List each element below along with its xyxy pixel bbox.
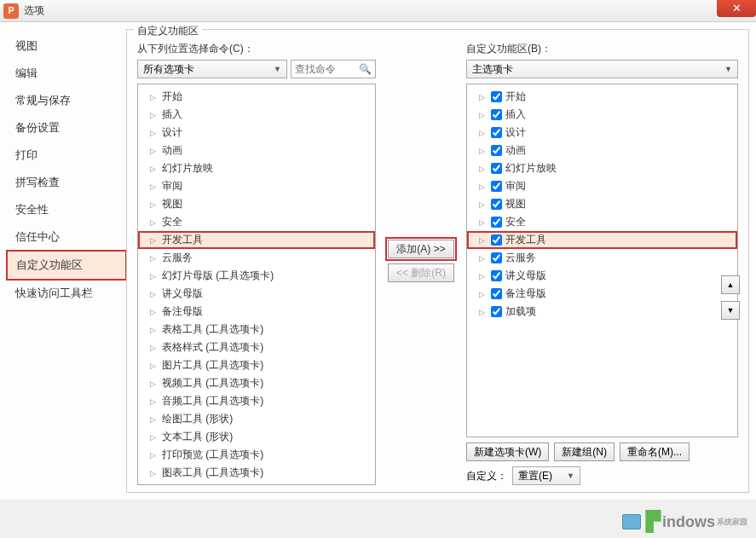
tree-checkbox[interactable]	[491, 306, 502, 317]
tree-item[interactable]: ▷幻灯片放映	[467, 159, 737, 177]
add-button[interactable]: 添加(A) >>	[388, 240, 454, 258]
expand-icon: ▷	[150, 290, 159, 298]
tree-checkbox[interactable]	[491, 109, 502, 120]
tree-checkbox[interactable]	[491, 217, 502, 228]
expand-icon: ▷	[479, 218, 488, 227]
expand-icon: ▷	[150, 415, 159, 424]
sidebar-item[interactable]: 备份设置	[7, 114, 126, 142]
tree-checkbox[interactable]	[491, 288, 502, 299]
tree-item[interactable]: ▷插入	[467, 106, 737, 124]
sidebar-item[interactable]: 自定义功能区	[7, 251, 126, 280]
tree-item-label: 插入	[162, 107, 182, 122]
tree-item[interactable]: ▷开始	[138, 88, 375, 106]
left-column: 从下列位置选择命令(C)： 所有选项卡 ▼ 🔍 ▷开始▷插入▷设计▷动画▷幻灯片…	[137, 37, 376, 485]
tree-item[interactable]: ▷音频工具 (工具选项卡)	[138, 392, 375, 410]
tree-item-label: 音频工具 (工具选项卡)	[162, 394, 263, 408]
new-tab-button[interactable]: 新建选项卡(W)	[466, 443, 549, 461]
rename-button[interactable]: 重命名(M)...	[620, 443, 690, 461]
tree-item[interactable]: ▷开发工具	[467, 231, 737, 249]
tree-item[interactable]: ▷审阅	[467, 177, 737, 195]
expand-icon: ▷	[150, 147, 159, 155]
tree-item[interactable]: ▷绘图工具 (形状)	[138, 410, 375, 428]
tree-item[interactable]: ▷图片工具 (工具选项卡)	[138, 356, 375, 374]
expand-icon: ▷	[150, 397, 159, 406]
tree-item-label: 视频工具 (工具选项卡)	[162, 376, 263, 390]
tree-item[interactable]: ▷动画	[138, 142, 375, 159]
tree-item[interactable]: ▷文本工具 (形状)	[138, 428, 375, 446]
expand-icon: ▷	[150, 182, 159, 191]
sidebar-item[interactable]: 打印	[7, 142, 126, 169]
tree-item[interactable]: ▷云服务	[138, 249, 375, 267]
tree-item[interactable]: ▷讲义母版	[138, 285, 375, 303]
tree-item[interactable]: ▷打印预览 (工具选项卡)	[138, 446, 375, 464]
tree-item[interactable]: ▷开发工具	[138, 231, 375, 249]
tree-item[interactable]: ▷安全	[467, 213, 737, 231]
tree-item[interactable]: ▷动画	[467, 142, 737, 159]
tree-item[interactable]: ▷表格样式 (工具选项卡)	[138, 338, 375, 356]
tree-item-label: 安全	[505, 215, 526, 229]
sidebar-item[interactable]: 视图	[7, 32, 126, 60]
dropdown-value: 所有选项卡	[143, 62, 194, 77]
expand-icon: ▷	[479, 165, 488, 173]
monitor-icon	[622, 514, 641, 529]
tree-checkbox[interactable]	[491, 181, 502, 192]
tree-item[interactable]: ▷开始	[467, 88, 737, 106]
new-group-button[interactable]: 新建组(N)	[554, 443, 615, 461]
expand-icon: ▷	[150, 200, 159, 209]
tree-item-label: 云服务	[162, 251, 193, 265]
tree-checkbox[interactable]	[491, 252, 502, 263]
ribbon-tree[interactable]: ▷开始▷插入▷设计▷动画▷幻灯片放映▷审阅▷视图▷安全▷开发工具▷云服务▷讲义母…	[466, 84, 738, 437]
tree-item[interactable]: ▷插入	[138, 106, 375, 124]
commands-tree[interactable]: ▷开始▷插入▷设计▷动画▷幻灯片放映▷审阅▷视图▷安全▷开发工具▷云服务▷幻灯片…	[137, 84, 376, 485]
tree-item-label: 讲义母版	[162, 286, 203, 301]
tree-checkbox[interactable]	[491, 270, 502, 281]
move-down-button[interactable]: ▼	[721, 301, 740, 320]
sidebar-item[interactable]: 常规与保存	[7, 87, 126, 114]
tree-item[interactable]: ▷表格工具 (工具选项卡)	[138, 321, 375, 338]
custom-label: 自定义：	[466, 469, 507, 483]
expand-icon: ▷	[150, 236, 159, 245]
sidebar-item[interactable]: 信任中心	[7, 223, 126, 251]
tree-item[interactable]: ▷加载项	[467, 303, 737, 321]
search-input[interactable]	[295, 63, 359, 75]
tree-checkbox[interactable]	[491, 145, 502, 156]
tree-checkbox[interactable]	[491, 127, 502, 138]
sidebar-item[interactable]: 快速访问工具栏	[7, 280, 126, 307]
reset-dropdown[interactable]: 重置(E) ▼	[512, 466, 580, 485]
tree-item[interactable]: ▷安全	[138, 213, 375, 231]
expand-icon: ▷	[150, 218, 159, 227]
tree-item[interactable]: ▷幻灯片放映	[138, 159, 375, 177]
tree-item-label: 文本工具 (形状)	[162, 430, 233, 444]
move-up-button[interactable]: ▲	[721, 275, 740, 294]
tree-checkbox[interactable]	[491, 234, 502, 246]
tree-checkbox[interactable]	[491, 163, 502, 174]
tree-item[interactable]: ▷云服务	[467, 249, 737, 267]
search-box[interactable]: 🔍	[291, 60, 376, 78]
tree-item[interactable]: ▷审阅	[138, 177, 375, 195]
tree-item[interactable]: ▷图表工具 (工具选项卡)	[138, 464, 375, 482]
tree-checkbox[interactable]	[491, 91, 502, 102]
sidebar-item[interactable]: 安全性	[7, 196, 126, 223]
tree-item[interactable]: ▷设计	[467, 124, 737, 142]
tree-item-label: 动画	[162, 143, 182, 158]
tree-item[interactable]: ▷幻灯片母版 (工具选项卡)	[138, 267, 375, 285]
tree-item[interactable]: ▷备注母版	[467, 285, 737, 303]
reorder-controls: ▲ ▼	[721, 275, 740, 320]
tree-item-label: 备注母版	[162, 304, 203, 319]
tree-item-label: 幻灯片放映	[162, 161, 213, 176]
tree-item[interactable]: ▷视频工具 (工具选项卡)	[138, 374, 375, 392]
tree-item[interactable]: ▷备注母版	[138, 303, 375, 321]
tree-item[interactable]: ▷加载项	[138, 482, 375, 485]
tree-item[interactable]: ▷视图	[467, 195, 737, 213]
sidebar-item[interactable]: 编辑	[7, 60, 126, 87]
tree-item[interactable]: ▷视图	[138, 195, 375, 213]
ribbon-target-dropdown[interactable]: 主选项卡 ▼	[466, 60, 738, 78]
sidebar-item[interactable]: 拼写检查	[7, 169, 126, 196]
close-button[interactable]: ✕	[717, 0, 756, 17]
tree-item[interactable]: ▷讲义母版	[467, 267, 737, 285]
tree-checkbox[interactable]	[491, 199, 502, 210]
tree-item-label: 图表工具 (工具选项卡)	[162, 466, 263, 480]
tree-item[interactable]: ▷设计	[138, 124, 375, 142]
expand-icon: ▷	[479, 236, 488, 245]
commands-source-dropdown[interactable]: 所有选项卡 ▼	[137, 60, 287, 78]
